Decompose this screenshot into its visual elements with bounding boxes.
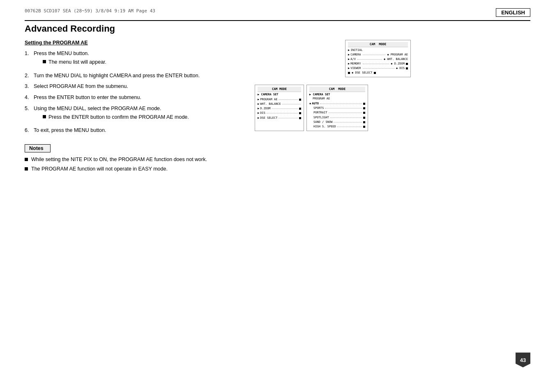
page-rule <box>25 20 530 21</box>
top-cam-screen-container: CAM MODE ▶ INITIAL ▶ CAMERA ◆ PROGRAM AE… <box>255 40 411 77</box>
doc-info: 00762B SCD107 SEA (28~59) 3/8/04 9:19 AM… <box>25 8 155 14</box>
step-6-num: 6. <box>25 127 31 134</box>
bottom-left-cam-screen: CAM MODE ▶ CAMERA SET ▶ PROGRAM AE ▶ WHT… <box>255 85 304 131</box>
cam-item-sq: ◆ DSE SELECT <box>348 71 408 75</box>
bl-item-dis: ▶ DIS <box>258 111 301 115</box>
br-item-sports: SPORTS <box>309 106 365 111</box>
page-title: Advanced Recording <box>25 23 530 34</box>
step-3: 3. Select PROGRAM AE from the submenu. <box>25 83 242 90</box>
bottom-right-cam-screen: CAM MODE ▶ CAMERA SET PROGRAM AE ◆ AUTO … <box>306 85 368 131</box>
step-3-text: Select PROGRAM AE from the submenu. <box>34 83 128 90</box>
camera-screens-column: CAM MODE ▶ INITIAL ▶ CAMERA ◆ PROGRAM AE… <box>255 40 411 175</box>
page-number-badge: 43 <box>516 353 530 367</box>
step-1-text: Press the MENU button. <box>34 51 89 56</box>
br-item-spotlight: SPOTLIGHT <box>309 115 365 120</box>
step-1-sub-text: The menu list will appear. <box>48 58 106 66</box>
bl-cam-title: CAM MODE <box>258 87 301 92</box>
bl-item-program: ▶ PROGRAM AE <box>258 97 301 102</box>
br-item-sand: SAND / SNOW <box>309 120 365 125</box>
step-4: 4. Press the ENTER button to enter the s… <box>25 94 242 101</box>
step-4-num: 4. <box>25 94 31 101</box>
step-2-num: 2. <box>25 72 31 80</box>
bottom-cam-screens: CAM MODE ▶ CAMERA SET ▶ PROGRAM AE ▶ WHT… <box>255 85 411 131</box>
note-1: While setting the NITE PIX to ON, the PR… <box>25 156 242 164</box>
top-cam-title: CAM MODE <box>348 42 408 47</box>
notes-section: Notes While setting the NITE PIX to ON, … <box>25 144 242 173</box>
bl-item-wht: ▶ WHT. BALANCE <box>258 102 301 106</box>
step-5: 5. Using the MENU DIAL, select the PROGR… <box>25 105 242 124</box>
notes-list: While setting the NITE PIX to ON, the PR… <box>25 156 242 173</box>
cam-item-initial: ▶ INITIAL <box>348 48 408 53</box>
content-area: Setting the PROGRAM AE 1. Press the MENU… <box>25 40 530 175</box>
step-1-num: 1. <box>25 50 31 69</box>
bl-cam-heading: ▶ CAMERA SET <box>258 93 301 97</box>
step-5-sub-text: Press the ENTER button to confirm the PR… <box>48 113 189 121</box>
page-top-header: 00762B SCD107 SEA (28~59) 3/8/04 9:19 AM… <box>25 8 530 17</box>
step-4-text: Press the ENTER button to enter the subm… <box>34 94 141 101</box>
note-2: The PROGRAM AE function will not operate… <box>25 165 242 173</box>
english-badge: ENGLISH <box>496 8 530 17</box>
bullet-sq-2 <box>43 115 46 118</box>
br-cam-title: CAM MODE <box>309 87 365 92</box>
step-2-text: Turn the MENU DIAL to highlight CAMERA a… <box>34 72 200 80</box>
cam-item-viewer: ▶ VIEWER ◆ DIS <box>348 66 408 71</box>
cam-item-memory: ▶ MEMORY ◆ D.ZOOM <box>348 62 408 66</box>
note-1-text: While setting the NITE PIX to ON, the PR… <box>31 156 207 164</box>
note-bullet-1 <box>25 158 28 161</box>
instructions-column: Setting the PROGRAM AE 1. Press the MENU… <box>25 40 242 175</box>
cam-item-av: ▶ A/V ◆ WHT. BALANCE <box>348 57 408 62</box>
step-5-num: 5. <box>25 105 31 124</box>
bl-item-dse: ▶ DSE SELECT <box>258 116 301 120</box>
br-item-portrait: PORTRAIT <box>309 111 365 115</box>
br-item-highspeed: HIGH S. SPEED <box>309 125 365 129</box>
br-cam-subheading: PROGRAM AE <box>309 97 365 101</box>
steps-list: 1. Press the MENU button. The menu list … <box>25 50 242 134</box>
notes-label: Notes <box>25 144 51 152</box>
note-2-text: The PROGRAM AE function will not operate… <box>31 165 168 173</box>
section-heading: Setting the PROGRAM AE <box>25 40 242 46</box>
step-5-sub: Press the ENTER button to confirm the PR… <box>43 113 189 121</box>
note-bullet-2 <box>25 167 28 171</box>
step-2: 2. Turn the MENU DIAL to highlight CAMER… <box>25 72 242 80</box>
step-1-sub: The menu list will appear. <box>43 58 106 66</box>
bl-item-dzoom: ▶ D.ZOOM <box>258 106 301 111</box>
br-item-auto: ◆ AUTO <box>309 101 365 106</box>
step-1: 1. Press the MENU button. The menu list … <box>25 50 242 69</box>
step-6: 6. To exit, press the MENU button. <box>25 127 242 134</box>
step-5-text: Using the MENU DIAL, select the PROGRAM … <box>34 106 161 111</box>
top-cam-screen: CAM MODE ▶ INITIAL ▶ CAMERA ◆ PROGRAM AE… <box>345 40 411 77</box>
br-cam-heading: ▶ CAMERA SET <box>309 93 365 97</box>
step-3-num: 3. <box>25 83 31 90</box>
step-6-text: To exit, press the MENU button. <box>34 127 106 134</box>
cam-item-camera: ▶ CAMERA ◆ PROGRAM AE <box>348 53 408 57</box>
bullet-sq <box>43 60 46 63</box>
